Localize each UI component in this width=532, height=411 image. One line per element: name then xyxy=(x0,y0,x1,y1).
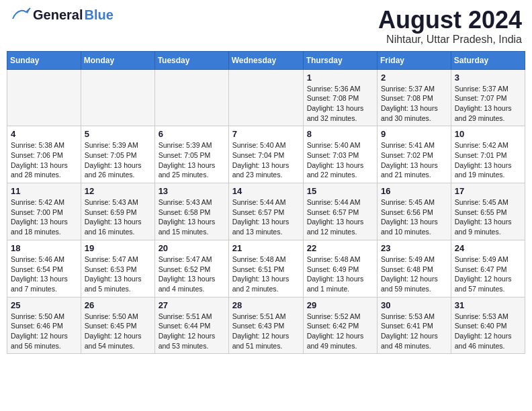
calendar-cell: 30Sunrise: 5:53 AM Sunset: 6:41 PM Dayli… xyxy=(378,297,451,354)
day-number: 4 xyxy=(11,129,77,139)
day-number: 13 xyxy=(159,186,225,196)
page-header: GeneralBlue August 2024 Nihtaur, Uttar P… xyxy=(7,7,525,46)
calendar-cell: 23Sunrise: 5:49 AM Sunset: 6:48 PM Dayli… xyxy=(378,240,451,297)
day-header-wednesday: Wednesday xyxy=(228,51,303,69)
calendar-cell: 27Sunrise: 5:51 AM Sunset: 6:44 PM Dayli… xyxy=(154,297,228,354)
calendar-cell: 19Sunrise: 5:47 AM Sunset: 6:53 PM Dayli… xyxy=(81,240,154,297)
day-info: Sunrise: 5:51 AM Sunset: 6:44 PM Dayligh… xyxy=(159,312,225,351)
day-info: Sunrise: 5:42 AM Sunset: 7:01 PM Dayligh… xyxy=(455,140,521,180)
day-info: Sunrise: 5:44 AM Sunset: 6:57 PM Dayligh… xyxy=(307,197,373,237)
calendar-week-5: 25Sunrise: 5:50 AM Sunset: 6:46 PM Dayli… xyxy=(7,297,525,354)
calendar-week-4: 18Sunrise: 5:46 AM Sunset: 6:54 PM Dayli… xyxy=(7,240,525,297)
day-number: 25 xyxy=(11,300,77,310)
day-number: 19 xyxy=(85,243,151,253)
day-info: Sunrise: 5:39 AM Sunset: 7:05 PM Dayligh… xyxy=(159,140,225,180)
day-info: Sunrise: 5:45 AM Sunset: 6:55 PM Dayligh… xyxy=(455,197,521,237)
day-info: Sunrise: 5:52 AM Sunset: 6:42 PM Dayligh… xyxy=(307,312,373,351)
day-info: Sunrise: 5:50 AM Sunset: 6:45 PM Dayligh… xyxy=(85,312,151,351)
day-info: Sunrise: 5:49 AM Sunset: 6:48 PM Dayligh… xyxy=(381,255,447,294)
day-info: Sunrise: 5:53 AM Sunset: 6:40 PM Dayligh… xyxy=(455,312,521,351)
calendar-cell: 5Sunrise: 5:39 AM Sunset: 7:05 PM Daylig… xyxy=(81,126,154,183)
calendar-cell xyxy=(81,69,154,126)
calendar-cell: 1Sunrise: 5:36 AM Sunset: 7:08 PM Daylig… xyxy=(303,69,377,126)
day-info: Sunrise: 5:42 AM Sunset: 7:00 PM Dayligh… xyxy=(11,197,77,237)
calendar-week-1: 1Sunrise: 5:36 AM Sunset: 7:08 PM Daylig… xyxy=(7,69,525,126)
day-header-saturday: Saturday xyxy=(451,51,525,69)
calendar-cell: 22Sunrise: 5:48 AM Sunset: 6:49 PM Dayli… xyxy=(303,240,377,297)
calendar-cell: 3Sunrise: 5:37 AM Sunset: 7:07 PM Daylig… xyxy=(451,69,525,126)
calendar-table: SundayMondayTuesdayWednesdayThursdayFrid… xyxy=(7,51,525,355)
day-info: Sunrise: 5:48 AM Sunset: 6:49 PM Dayligh… xyxy=(307,255,373,294)
day-number: 24 xyxy=(455,243,521,253)
calendar-cell xyxy=(154,69,228,126)
day-info: Sunrise: 5:46 AM Sunset: 6:54 PM Dayligh… xyxy=(11,255,77,294)
calendar-cell: 31Sunrise: 5:53 AM Sunset: 6:40 PM Dayli… xyxy=(451,297,525,354)
calendar-cell: 13Sunrise: 5:43 AM Sunset: 6:58 PM Dayli… xyxy=(154,183,228,240)
calendar-week-3: 11Sunrise: 5:42 AM Sunset: 7:00 PM Dayli… xyxy=(7,183,525,240)
calendar-cell: 12Sunrise: 5:43 AM Sunset: 6:59 PM Dayli… xyxy=(81,183,154,240)
calendar-cell: 15Sunrise: 5:44 AM Sunset: 6:57 PM Dayli… xyxy=(303,183,377,240)
calendar-cell: 9Sunrise: 5:41 AM Sunset: 7:02 PM Daylig… xyxy=(378,126,451,183)
calendar-cell: 28Sunrise: 5:51 AM Sunset: 6:43 PM Dayli… xyxy=(228,297,303,354)
day-number: 7 xyxy=(232,129,300,139)
page-subtitle: Nihtaur, Uttar Pradesh, India xyxy=(378,34,522,46)
day-info: Sunrise: 5:53 AM Sunset: 6:41 PM Dayligh… xyxy=(381,312,447,351)
calendar-cell xyxy=(7,69,81,126)
day-info: Sunrise: 5:40 AM Sunset: 7:03 PM Dayligh… xyxy=(307,140,373,180)
day-info: Sunrise: 5:37 AM Sunset: 7:07 PM Dayligh… xyxy=(455,84,521,124)
day-number: 10 xyxy=(455,129,521,139)
day-info: Sunrise: 5:36 AM Sunset: 7:08 PM Dayligh… xyxy=(307,84,373,124)
calendar-cell: 11Sunrise: 5:42 AM Sunset: 7:00 PM Dayli… xyxy=(7,183,81,240)
logo-general: General xyxy=(33,7,83,23)
day-number: 21 xyxy=(232,243,300,253)
calendar-cell: 21Sunrise: 5:48 AM Sunset: 6:51 PM Dayli… xyxy=(228,240,303,297)
day-info: Sunrise: 5:38 AM Sunset: 7:06 PM Dayligh… xyxy=(11,140,77,180)
calendar-cell: 2Sunrise: 5:37 AM Sunset: 7:08 PM Daylig… xyxy=(378,69,451,126)
day-number: 22 xyxy=(307,243,373,253)
day-info: Sunrise: 5:41 AM Sunset: 7:02 PM Dayligh… xyxy=(381,140,447,180)
page-title: August 2024 xyxy=(378,7,522,34)
day-number: 8 xyxy=(307,129,373,139)
day-info: Sunrise: 5:48 AM Sunset: 6:51 PM Dayligh… xyxy=(232,255,300,294)
calendar-cell: 17Sunrise: 5:45 AM Sunset: 6:55 PM Dayli… xyxy=(451,183,525,240)
day-number: 9 xyxy=(381,129,447,139)
day-info: Sunrise: 5:40 AM Sunset: 7:04 PM Dayligh… xyxy=(232,140,300,180)
day-info: Sunrise: 5:43 AM Sunset: 6:59 PM Dayligh… xyxy=(85,197,151,237)
day-number: 30 xyxy=(381,300,447,310)
calendar-cell: 7Sunrise: 5:40 AM Sunset: 7:04 PM Daylig… xyxy=(228,126,303,183)
calendar-cell: 16Sunrise: 5:45 AM Sunset: 6:56 PM Dayli… xyxy=(378,183,451,240)
calendar-header-row: SundayMondayTuesdayWednesdayThursdayFrid… xyxy=(7,51,525,69)
day-number: 12 xyxy=(85,186,151,196)
calendar-cell: 29Sunrise: 5:52 AM Sunset: 6:42 PM Dayli… xyxy=(303,297,377,354)
calendar-cell: 18Sunrise: 5:46 AM Sunset: 6:54 PM Dayli… xyxy=(7,240,81,297)
day-header-monday: Monday xyxy=(81,51,154,69)
logo: GeneralBlue xyxy=(10,7,114,23)
logo-icon xyxy=(10,7,32,23)
day-number: 11 xyxy=(11,186,77,196)
calendar-cell: 4Sunrise: 5:38 AM Sunset: 7:06 PM Daylig… xyxy=(7,126,81,183)
day-number: 18 xyxy=(11,243,77,253)
calendar-cell xyxy=(228,69,303,126)
calendar-cell: 20Sunrise: 5:47 AM Sunset: 6:52 PM Dayli… xyxy=(154,240,228,297)
calendar-cell: 6Sunrise: 5:39 AM Sunset: 7:05 PM Daylig… xyxy=(154,126,228,183)
day-number: 15 xyxy=(307,186,373,196)
day-info: Sunrise: 5:39 AM Sunset: 7:05 PM Dayligh… xyxy=(85,140,151,180)
day-number: 6 xyxy=(159,129,225,139)
calendar-cell: 26Sunrise: 5:50 AM Sunset: 6:45 PM Dayli… xyxy=(81,297,154,354)
day-header-sunday: Sunday xyxy=(7,51,81,69)
logo-blue: Blue xyxy=(84,7,113,23)
day-header-thursday: Thursday xyxy=(303,51,377,69)
day-number: 27 xyxy=(159,300,225,310)
day-number: 29 xyxy=(307,300,373,310)
calendar-week-2: 4Sunrise: 5:38 AM Sunset: 7:06 PM Daylig… xyxy=(7,126,525,183)
day-info: Sunrise: 5:45 AM Sunset: 6:56 PM Dayligh… xyxy=(381,197,447,237)
day-number: 5 xyxy=(85,129,151,139)
title-block: August 2024 Nihtaur, Uttar Pradesh, Indi… xyxy=(378,7,522,46)
day-info: Sunrise: 5:47 AM Sunset: 6:52 PM Dayligh… xyxy=(159,255,225,294)
day-number: 23 xyxy=(381,243,447,253)
calendar-cell: 10Sunrise: 5:42 AM Sunset: 7:01 PM Dayli… xyxy=(451,126,525,183)
day-number: 20 xyxy=(159,243,225,253)
day-info: Sunrise: 5:47 AM Sunset: 6:53 PM Dayligh… xyxy=(85,255,151,294)
day-info: Sunrise: 5:37 AM Sunset: 7:08 PM Dayligh… xyxy=(381,84,447,124)
day-number: 16 xyxy=(381,186,447,196)
